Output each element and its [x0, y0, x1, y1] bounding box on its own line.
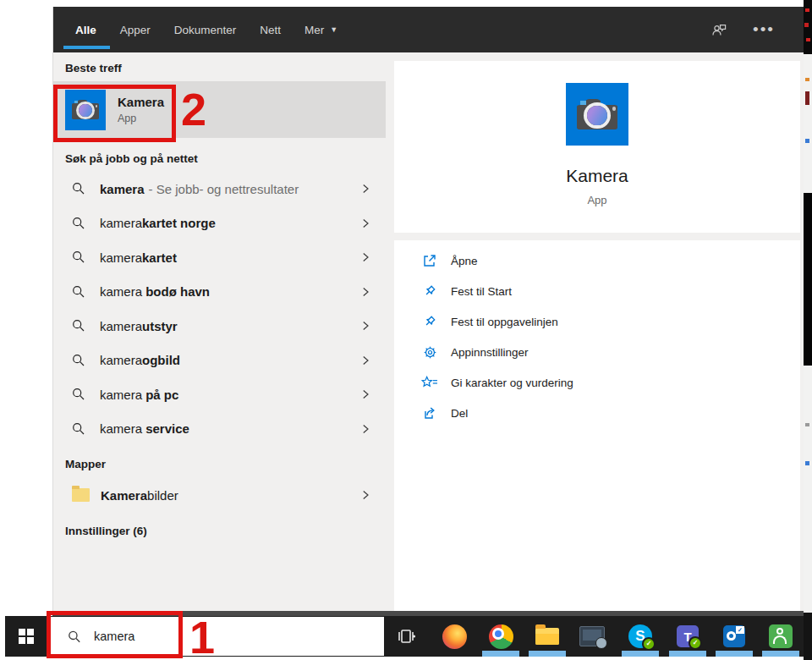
chevron-down-icon: ▼ — [330, 25, 337, 34]
chevron-right-icon — [360, 423, 370, 435]
web-suggestion-kamerakartet-norge[interactable]: kamerakartet norge — [53, 206, 386, 241]
action-label: Appinnstillinger — [451, 346, 529, 359]
camera-app-icon-large — [566, 83, 628, 146]
desktop-screenshot: AlleApperDokumenterNettMer▼ ••• Beste tr… — [0, 0, 812, 660]
action-appinnstillinger[interactable]: Appinnstillinger — [421, 337, 800, 367]
action-label: Fest til Start — [451, 285, 512, 298]
search-filter-bar: AlleApperDokumenterNettMer▼ ••• — [53, 7, 804, 52]
tab-apper[interactable]: Apper — [120, 7, 151, 52]
remote-desktop-taskbar-icon[interactable] — [573, 616, 612, 657]
search-icon — [72, 319, 85, 333]
suggestion-text: kamerakartet — [100, 250, 181, 265]
file-explorer-taskbar-icon[interactable] — [528, 616, 567, 657]
chevron-right-icon — [360, 183, 370, 195]
tab-nett[interactable]: Nett — [260, 7, 281, 52]
annotation-box-step2 — [53, 85, 176, 142]
outlook-taskbar-icon[interactable]: ✓ — [715, 616, 754, 657]
web-suggestion-kameraogbild[interactable]: kameraogbild — [53, 344, 386, 378]
windows-logo-icon — [19, 629, 34, 644]
suggestion-text: kameraogbild — [100, 353, 184, 367]
chevron-right-icon — [360, 355, 370, 366]
running-indicator — [716, 651, 753, 657]
status-check-icon: ✓ — [642, 637, 656, 651]
web-suggestion-kamerakartet[interactable]: kamerakartet — [53, 240, 386, 275]
tab-label: Apper — [120, 24, 151, 36]
chevron-right-icon — [360, 251, 370, 263]
share-icon — [421, 405, 438, 421]
running-indicator — [529, 651, 566, 657]
chevron-right-icon — [360, 388, 370, 400]
running-indicator — [669, 651, 706, 657]
pin-icon — [421, 314, 438, 329]
chevron-right-icon — [360, 489, 370, 501]
suggestion-text: kamera service — [100, 421, 194, 436]
teams-taskbar-icon[interactable]: T✓ — [668, 616, 707, 657]
web-suggestion-kamerautstyr[interactable]: kamerautstyr — [53, 309, 386, 344]
tab-mer[interactable]: Mer▼ — [304, 7, 337, 52]
firefox-taskbar-icon[interactable] — [435, 616, 474, 657]
action-label: Åpne — [451, 255, 478, 267]
gear-icon — [421, 344, 438, 360]
pin-icon — [421, 283, 438, 299]
start-button[interactable] — [5, 616, 47, 657]
contacts-taskbar-icon[interactable] — [761, 616, 800, 657]
preview-divider — [394, 233, 800, 240]
preview-app-title: Kamera — [394, 166, 800, 186]
section-header-best-match: Beste treff — [53, 52, 386, 81]
chevron-right-icon — [360, 286, 370, 298]
preview-column: Kamera App ÅpneFest til StartFest til op… — [386, 52, 804, 611]
suggestion-text: kamera på pc — [100, 388, 183, 402]
action-del[interactable]: Del — [421, 398, 800, 428]
app-action-list: ÅpneFest til StartFest til oppgavelinjen… — [394, 240, 800, 611]
preview-app-subtitle: App — [394, 194, 800, 206]
tab-bar: AlleApperDokumenterNettMer▼ — [53, 7, 361, 52]
annotation-label-step1: 1 — [189, 614, 215, 660]
suggestion-text: kamerautstyr — [100, 319, 182, 333]
skype-taskbar-icon[interactable]: S✓ — [621, 616, 660, 657]
chevron-right-icon — [360, 320, 370, 332]
chevron-right-icon — [360, 217, 370, 229]
action-gi-karakter-og-vurdering[interactable]: Gi karakter og vurdering — [421, 367, 800, 398]
web-suggestion-kamera[interactable]: kamera- Se jobb- og nettresultater — [53, 172, 386, 206]
task-view-taskbar-icon[interactable] — [387, 616, 425, 657]
running-indicator — [622, 651, 659, 657]
tab-label: Mer — [304, 24, 324, 36]
tab-label: Alle — [75, 24, 96, 36]
web-suggestion-kamera-service[interactable]: kamera service — [53, 412, 386, 447]
annotation-box-step1 — [47, 611, 183, 658]
search-icon — [72, 285, 85, 299]
running-indicator — [482, 651, 519, 657]
action-fest-til-start[interactable]: Fest til Start — [421, 276, 800, 306]
header-icons: ••• — [710, 7, 775, 52]
tab-dokumenter[interactable]: Dokumenter — [174, 7, 237, 52]
chrome-taskbar-icon[interactable] — [481, 616, 520, 657]
search-icon — [72, 422, 85, 436]
more-options-icon[interactable]: ••• — [753, 25, 775, 34]
action-label: Fest til oppgavelinjen — [451, 316, 558, 328]
running-indicator — [762, 651, 799, 657]
action-label: Gi karakter og vurdering — [451, 377, 573, 389]
search-icon — [72, 182, 85, 195]
action-fest-til-oppgavelinjen[interactable]: Fest til oppgavelinjen — [421, 306, 800, 337]
section-header-web-search: Søk på jobb og på nettet — [53, 138, 386, 172]
folder-icon — [72, 488, 90, 502]
screen-edge-bleed — [804, 0, 812, 660]
search-icon — [72, 217, 85, 230]
web-suggestion-kamera-bod-havn[interactable]: kamera bodø havn — [53, 275, 386, 310]
search-icon — [72, 250, 85, 264]
suggestion-text: kamerakartet norge — [100, 216, 220, 230]
tab-label: Dokumenter — [174, 24, 237, 36]
tab-alle[interactable]: Alle — [75, 7, 96, 52]
feedback-icon[interactable] — [710, 22, 727, 37]
web-suggestion-kamera-p-pc[interactable]: kamera på pc — [53, 377, 386, 412]
folder-result-kamerabilder[interactable]: Kamerabilder — [53, 477, 386, 513]
status-check-icon: ✓ — [689, 636, 702, 650]
folder-result-list: Kamerabilder — [53, 477, 386, 513]
search-icon — [72, 388, 85, 401]
section-header-folders: Mapper — [53, 446, 386, 477]
action--pne[interactable]: Åpne — [421, 245, 800, 276]
suggestion-text: kamera bodø havn — [100, 284, 214, 299]
tab-label: Nett — [260, 24, 281, 36]
folder-name: Kamerabilder — [101, 488, 178, 503]
section-header-settings: Innstillinger (6) — [53, 513, 386, 544]
